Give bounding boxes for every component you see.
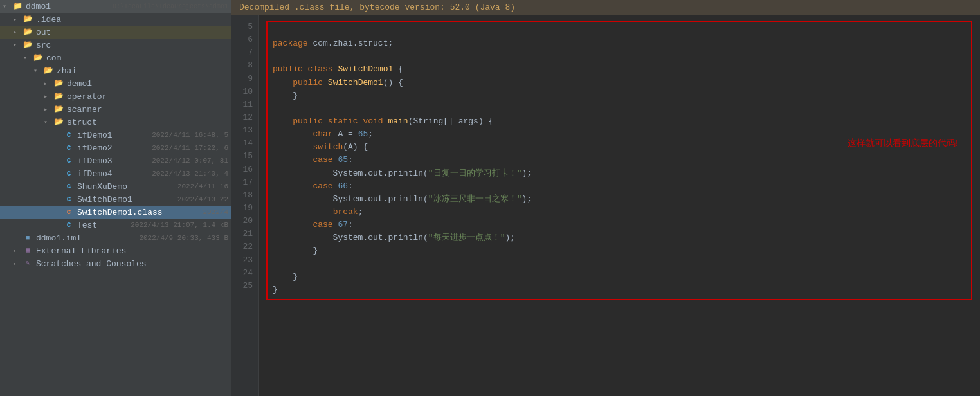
- code-line-20: case 67:: [273, 219, 966, 231]
- sidebar-item-scratches[interactable]: ✎ Scratches and Consoles: [0, 257, 231, 270]
- zhai-label: zhai: [57, 66, 228, 76]
- sidebar-item-scanner[interactable]: 📂 scanner: [0, 103, 231, 116]
- code-line-11: [273, 102, 966, 115]
- ifdemo3-meta: 2022/4/12 0:07, 81: [152, 157, 228, 165]
- arrow-out: [13, 28, 22, 36]
- ifdemo4-meta: 2022/4/13 21:40, 4: [152, 170, 228, 177]
- code-line-12: public static void main(String[] args) {: [273, 115, 966, 128]
- scratch-icon: ✎: [22, 258, 33, 269]
- project-path: D:\IdeaFile\IdeaProjects\ddmo1: [113, 3, 228, 10]
- arrow-scratches: [13, 260, 22, 267]
- sidebar-item-external-libraries[interactable]: ▦ External Libraries: [0, 244, 231, 257]
- editor-area: Decompiled .class file, bytecode version…: [231, 0, 980, 396]
- sidebar-item-src[interactable]: 📂 src: [0, 39, 231, 51]
- project-label: ddmo1: [26, 2, 109, 12]
- out-label: out: [36, 28, 228, 37]
- sidebar-item-ddmo1iml[interactable]: ■ ddmo1.iml 2022/4/9 20:33, 433 B: [0, 231, 231, 244]
- ifdemo3-label: ifDemo3: [77, 156, 148, 166]
- code-line-8: public class SwitchDemo1 {: [273, 63, 966, 76]
- line-num-21: 21: [231, 228, 258, 240]
- code-line-6: package com.zhai.struct;: [273, 37, 966, 50]
- arrow-idea: [13, 15, 22, 23]
- line-num-20: 20: [231, 215, 258, 228]
- java-icon-shunxudemo: C: [63, 181, 75, 192]
- ddmo1iml-meta: 2022/4/9 20:33, 433 B: [139, 234, 228, 242]
- java-icon-ifdemo3: C: [63, 156, 75, 166]
- folder-icon-idea: 📂: [22, 14, 33, 24]
- scanner-label: scanner: [67, 105, 228, 114]
- line-num-17: 17: [231, 176, 258, 189]
- line-num-5: 5: [231, 21, 258, 33]
- ifdemo2-label: ifDemo2: [77, 143, 148, 153]
- ifdemo1-label: ifDemo1: [77, 130, 148, 140]
- project-tree[interactable]: 📁 ddmo1 D:\IdeaFile\IdeaProjects\ddmo1 📂…: [0, 0, 231, 396]
- sidebar-item-switchdemo1[interactable]: C SwitchDemo1 2022/4/13 22: [0, 193, 231, 206]
- sidebar-item-ddmo1[interactable]: 📁 ddmo1 D:\IdeaFile\IdeaProjects\ddmo1: [0, 0, 231, 13]
- scratches-label: Scratches and Consoles: [36, 259, 228, 269]
- line-num-9: 9: [231, 73, 258, 86]
- sidebar-item-ifdemo2[interactable]: C ifDemo2 2022/4/11 17:22, 6: [0, 141, 231, 154]
- sidebar-item-ifdemo3[interactable]: C ifDemo3 2022/4/12 0:07, 81: [0, 154, 231, 167]
- arrow-zhai: [33, 67, 42, 75]
- sidebar-item-demo1[interactable]: 📂 demo1: [0, 77, 231, 90]
- code-line-5: [273, 24, 966, 37]
- line-num-10: 10: [231, 86, 258, 98]
- arrow-operator: [44, 93, 53, 100]
- folder-icon-demo1: 📂: [53, 78, 64, 89]
- java-icon-ifdemo2: C: [63, 143, 75, 153]
- folder-icon-com: 📂: [32, 53, 44, 63]
- folder-icon-scanner: 📂: [53, 104, 64, 114]
- sidebar-item-ifdemo4[interactable]: C ifDemo4 2022/4/13 21:40, 4: [0, 167, 231, 180]
- switchdemo1-label: SwitchDemo1: [77, 195, 174, 204]
- java-icon-ifdemo1: C: [63, 130, 75, 140]
- banner-text: Decompiled .class file, bytecode version…: [239, 3, 515, 12]
- switchdemo1class-label: SwitchDemo1.class: [77, 208, 199, 217]
- iml-icon: ■: [22, 233, 33, 243]
- arrow-struct: [44, 118, 53, 126]
- code-line-23: [273, 258, 966, 271]
- code-line-17: case 66:: [273, 180, 966, 193]
- sidebar-item-idea[interactable]: 📂 .idea: [0, 13, 231, 26]
- arrow-com: [23, 54, 32, 62]
- sidebar-item-operator[interactable]: 📂 operator: [0, 90, 231, 103]
- code-line-16: System.out.println("日复一日的学习打卡！");: [273, 167, 966, 180]
- code-line-19: break;: [273, 206, 966, 219]
- arrow-ddmo1: [3, 3, 12, 10]
- arrow-scanner: [44, 105, 53, 113]
- line-num-19: 19: [231, 202, 258, 215]
- com-label: com: [46, 53, 228, 63]
- sidebar-item-switchdemo1class[interactable]: C SwitchDemo1.class 2022/4: [0, 206, 231, 219]
- code-line-25: }: [273, 284, 966, 296]
- switchdemo1class-meta: 2022/4: [203, 208, 228, 216]
- code-line-10: }: [273, 89, 966, 102]
- decompile-banner: Decompiled .class file, bytecode version…: [231, 0, 980, 15]
- line-num-7: 7: [231, 46, 258, 59]
- arrow-src: [13, 41, 22, 49]
- folder-icon-out: 📂: [22, 27, 33, 37]
- sidebar-item-test[interactable]: C Test 2022/4/13 21:07, 1.4 kB: [0, 219, 231, 231]
- line-numbers: 5 6 7 8 9 10 11 12 13 14 15 16 17 18 19 …: [231, 15, 259, 396]
- line-num-18: 18: [231, 189, 258, 202]
- code-line-15: case 65:: [273, 154, 966, 166]
- sidebar-item-ifdemo1[interactable]: C ifDemo1 2022/4/11 16:48, 5: [0, 129, 231, 141]
- folder-icon-struct: 📂: [53, 117, 64, 127]
- sidebar-item-shunxudemo[interactable]: C ShunXuDemo 2022/4/11 16: [0, 180, 231, 193]
- code-body[interactable]: 这样就可以看到底层的代码! package com.zhai.struct; p…: [259, 15, 980, 396]
- line-num-13: 13: [231, 124, 258, 137]
- line-num-22: 22: [231, 240, 258, 253]
- line-num-25: 25: [231, 280, 258, 292]
- shunxudemo-label: ShunXuDemo: [77, 182, 174, 192]
- arrow-external-libraries: [13, 247, 22, 255]
- sidebar-item-zhai[interactable]: 📂 zhai: [0, 64, 231, 77]
- sidebar-item-out[interactable]: 📂 out: [0, 26, 231, 39]
- ifdemo2-meta: 2022/4/11 17:22, 6: [152, 144, 228, 152]
- sidebar-item-com[interactable]: 📂 com: [0, 51, 231, 64]
- code-line-9: public SwitchDemo1() {: [273, 76, 966, 89]
- folder-icon-zhai: 📂: [42, 66, 54, 76]
- idea-label: .idea: [36, 15, 228, 24]
- code-line-7: [273, 50, 966, 63]
- code-editor[interactable]: 5 6 7 8 9 10 11 12 13 14 15 16 17 18 19 …: [231, 15, 980, 396]
- sidebar-item-struct[interactable]: 📂 struct: [0, 116, 231, 129]
- line-num-14: 14: [231, 137, 258, 150]
- folder-icon-src: 📂: [22, 40, 33, 50]
